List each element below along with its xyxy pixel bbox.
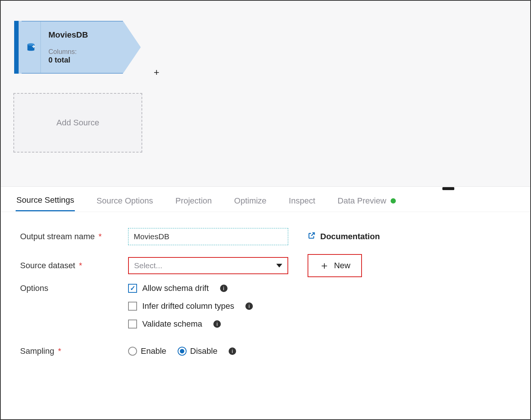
source-node-columns-value: 0 total <box>48 56 115 64</box>
source-node-columns-label: Columns: <box>48 48 115 56</box>
tab-optimize[interactable]: Optimize <box>233 194 267 211</box>
sampling-enable-radio[interactable]: Enable <box>128 346 166 356</box>
info-icon[interactable]: i <box>213 320 221 328</box>
source-dataset-label: Source dataset* <box>20 261 128 270</box>
dataflow-canvas[interactable]: MoviesDB Columns: 0 total + Add Source <box>1 1 530 187</box>
tab-label: Data Preview <box>338 196 387 206</box>
settings-tab-row: Source Settings Source Options Projectio… <box>1 187 530 212</box>
add-transformation-plus-icon[interactable]: + <box>154 67 159 78</box>
new-dataset-button[interactable]: ＋ New <box>308 254 362 277</box>
infer-drifted-types-label: Infer drifted column types <box>142 301 234 311</box>
sampling-disable-radio[interactable]: Disable <box>178 346 217 356</box>
new-button-label: New <box>334 261 350 270</box>
allow-schema-drift-label: Allow schema drift <box>142 283 209 293</box>
select-placeholder: Select... <box>134 261 162 270</box>
source-node-icon-box <box>22 22 41 73</box>
info-icon[interactable]: i <box>229 347 236 355</box>
info-icon[interactable]: i <box>245 302 253 310</box>
disable-label: Disable <box>190 346 217 356</box>
tab-data-preview[interactable]: Data Preview <box>337 194 397 211</box>
node-accent-bar-inner <box>19 21 22 74</box>
sampling-label: Sampling* <box>20 346 128 356</box>
panel-splitter-handle[interactable] <box>442 187 454 190</box>
validate-schema-label: Validate schema <box>142 319 202 329</box>
required-asterisk: * <box>79 261 82 270</box>
external-link-icon <box>308 231 316 242</box>
tab-label: Source Options <box>96 196 153 206</box>
documentation-link[interactable]: Documentation <box>308 231 380 242</box>
enable-label: Enable <box>141 346 166 356</box>
node-accent-bar <box>14 21 19 74</box>
output-stream-name-label: Output stream name* <box>20 232 128 241</box>
infer-drifted-types-checkbox[interactable] <box>128 302 137 311</box>
source-node-moviesdb[interactable]: MoviesDB Columns: 0 total + <box>14 21 141 74</box>
tab-source-options[interactable]: Source Options <box>96 194 154 211</box>
tab-source-settings[interactable]: Source Settings <box>16 193 75 211</box>
tab-label: Source Settings <box>16 195 74 205</box>
chevron-down-icon <box>276 264 282 267</box>
tab-projection[interactable]: Projection <box>175 194 213 211</box>
info-icon[interactable]: i <box>220 285 228 292</box>
tab-label: Inspect <box>289 196 315 206</box>
options-label: Options <box>20 283 128 293</box>
source-settings-form: Output stream name* Documentation Source… <box>1 212 530 376</box>
add-source-label: Add Source <box>57 118 99 128</box>
documentation-label: Documentation <box>320 232 380 241</box>
output-stream-name-input[interactable] <box>128 228 288 245</box>
allow-schema-drift-checkbox[interactable]: ✓ <box>128 284 137 293</box>
status-dot-icon <box>391 198 396 203</box>
add-source-placeholder[interactable]: Add Source <box>13 93 142 153</box>
required-asterisk: * <box>99 232 102 241</box>
database-icon <box>25 42 36 53</box>
tab-inspect[interactable]: Inspect <box>288 194 316 211</box>
tab-label: Projection <box>175 196 212 206</box>
node-arrow-head <box>123 21 141 74</box>
validate-schema-checkbox[interactable] <box>128 320 137 328</box>
source-node-title: MoviesDB <box>48 30 115 40</box>
tab-label: Optimize <box>234 196 267 206</box>
required-asterisk: * <box>58 346 61 356</box>
source-dataset-select[interactable]: Select... <box>128 257 288 274</box>
